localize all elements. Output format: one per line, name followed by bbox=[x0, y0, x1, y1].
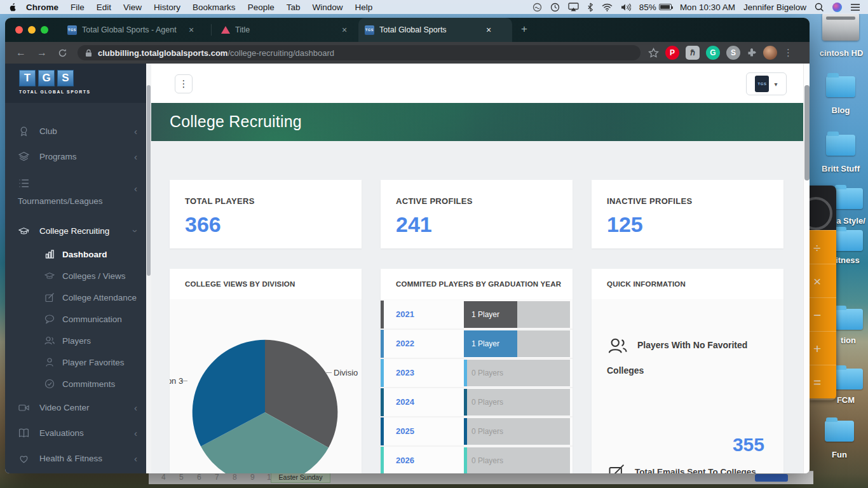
sidebar-item-programs[interactable]: Programs ‹ bbox=[5, 146, 146, 167]
grad-year[interactable]: 2022 bbox=[396, 330, 414, 358]
tab-title-page[interactable]: Title × bbox=[215, 18, 356, 42]
tab-close-icon[interactable]: × bbox=[486, 25, 491, 35]
skype-extension-icon[interactable]: S bbox=[726, 46, 740, 60]
page-scrollbar[interactable] bbox=[803, 64, 810, 473]
creative-cloud-icon[interactable] bbox=[532, 3, 542, 12]
calculator-plus-key[interactable]: + bbox=[808, 331, 836, 365]
bluetooth-icon[interactable] bbox=[587, 3, 593, 12]
browser-menu-kebab-icon[interactable]: ⋮ bbox=[783, 47, 793, 58]
calculator-equals-key[interactable]: = bbox=[808, 365, 836, 398]
sidebar-item-tournaments-leagues[interactable]: ‹ Tournaments/Leagues bbox=[5, 177, 146, 207]
sidebar-scrollbar[interactable] bbox=[146, 64, 151, 473]
folder-style-icon[interactable] bbox=[834, 188, 863, 209]
org-switcher-dropdown[interactable]: TGS ▾ bbox=[746, 72, 787, 95]
menu-window[interactable]: Window bbox=[312, 3, 342, 12]
sidebar-item-club[interactable]: Club ‹ bbox=[5, 120, 146, 142]
grammarly-extension-icon[interactable]: G bbox=[706, 46, 720, 60]
menu-view[interactable]: View bbox=[123, 3, 142, 12]
new-tab-button[interactable]: + bbox=[521, 23, 527, 36]
grad-year[interactable]: 2025 bbox=[396, 417, 414, 445]
sidebar-subitem-college-attendance[interactable]: College Attendance bbox=[5, 288, 146, 307]
zoom-window-button[interactable] bbox=[41, 26, 48, 34]
volume-icon[interactable] bbox=[621, 3, 631, 11]
menu-tab[interactable]: Tab bbox=[287, 3, 301, 12]
calculator-display bbox=[808, 186, 836, 230]
sidebar-item-video-center[interactable]: Video Center ‹ bbox=[5, 396, 146, 418]
macintosh-hd-icon[interactable] bbox=[822, 13, 859, 41]
calculator-divide-key[interactable]: ÷ bbox=[808, 230, 836, 264]
sidebar-subitem-communication[interactable]: Communication bbox=[5, 309, 146, 329]
grad-year[interactable]: 2026 bbox=[396, 447, 414, 473]
page-banner: College Recruiting bbox=[151, 103, 803, 141]
grad-row-2021[interactable]: 2021 1 Player bbox=[381, 301, 573, 330]
caret-down-icon: ▾ bbox=[774, 81, 777, 88]
sidebar-subitem-players[interactable]: Players bbox=[5, 331, 146, 350]
tab-total-global-sports-agent[interactable]: TGS Total Global Sports - Agent × bbox=[61, 18, 208, 42]
folder-fun-icon[interactable] bbox=[825, 421, 854, 442]
tab-close-icon[interactable]: × bbox=[189, 25, 194, 35]
folder-fitness-icon[interactable] bbox=[834, 230, 863, 251]
siri-icon[interactable] bbox=[832, 3, 842, 12]
grad-year[interactable]: 2021 bbox=[396, 301, 414, 329]
sidebar-item-evaluations[interactable]: Evaluations ‹ bbox=[5, 422, 146, 444]
grad-row-2023[interactable]: 2023 0 Players bbox=[381, 359, 573, 388]
sidebar-subitem-colleges-views[interactable]: Colleges / Views bbox=[5, 266, 146, 285]
sidebar-item-college-recruiting[interactable]: College Recruiting › bbox=[5, 220, 146, 241]
back-button[interactable]: ← bbox=[16, 47, 26, 58]
menu-help[interactable]: Help bbox=[355, 3, 372, 12]
close-window-button[interactable] bbox=[15, 26, 23, 34]
pinterest-extension-icon[interactable]: P bbox=[665, 46, 679, 60]
menubar-app-name[interactable]: Chrome bbox=[26, 3, 58, 12]
folder-britt-stuff-icon[interactable] bbox=[826, 135, 855, 156]
reload-button[interactable] bbox=[58, 48, 67, 58]
tgs-logo[interactable]: T G S TOTAL GLOBAL SPORTS bbox=[5, 64, 146, 103]
apple-menu-icon[interactable] bbox=[8, 3, 16, 12]
folder-blog-icon[interactable] bbox=[826, 76, 855, 97]
address-bar[interactable]: clubbilling.totalglobalsports.com/colleg… bbox=[78, 45, 641, 60]
calculator-minus-key[interactable]: − bbox=[808, 297, 836, 331]
division-pie-chart[interactable] bbox=[189, 336, 341, 473]
sidebar-subitem-commitments[interactable]: Commitments bbox=[5, 374, 146, 393]
bookmark-star-icon[interactable] bbox=[648, 48, 659, 58]
notification-center-icon[interactable] bbox=[850, 3, 860, 11]
calculator-app[interactable]: ÷ × − + = bbox=[808, 186, 836, 400]
menu-file[interactable]: File bbox=[71, 3, 85, 12]
time-machine-icon[interactable] bbox=[550, 3, 560, 12]
extensions-puzzle-icon[interactable] bbox=[747, 48, 757, 58]
page-menu-kebab-button[interactable]: ⋮ bbox=[175, 74, 193, 93]
sidebar-subitem-dashboard[interactable]: Dashboard bbox=[5, 245, 146, 264]
sidebar-scrollbar-thumb[interactable] bbox=[147, 85, 151, 276]
sidebar-item-communication[interactable]: Communication bbox=[5, 473, 146, 473]
menubar-clock[interactable]: Mon 10:30 AM bbox=[680, 3, 735, 12]
tab-close-icon[interactable]: × bbox=[342, 25, 347, 35]
grad-row-2026[interactable]: 2026 0 Players bbox=[381, 447, 573, 473]
calculator-multiply-key[interactable]: × bbox=[808, 264, 836, 297]
menubar-user[interactable]: Jennifer Bigelow bbox=[743, 3, 806, 12]
folder-tion-icon[interactable] bbox=[834, 309, 863, 330]
menu-bookmarks[interactable]: Bookmarks bbox=[193, 3, 236, 12]
grad-year[interactable]: 2023 bbox=[396, 359, 414, 387]
player-person-icon bbox=[44, 357, 55, 367]
folder-fcm-icon[interactable] bbox=[834, 369, 863, 390]
grad-row-2025[interactable]: 2025 0 Players bbox=[381, 417, 573, 447]
spotlight-search-icon[interactable] bbox=[815, 3, 824, 12]
sidebar-item-health-fitness[interactable]: Health & Fitness ‹ bbox=[5, 447, 146, 469]
forward-button[interactable]: → bbox=[37, 47, 47, 58]
grad-year[interactable]: 2024 bbox=[396, 388, 414, 416]
menu-edit[interactable]: Edit bbox=[97, 3, 111, 12]
tab-total-global-sports-active[interactable]: TGS Total Global Sports × bbox=[358, 18, 512, 42]
wifi-icon[interactable] bbox=[602, 3, 613, 11]
minimize-window-button[interactable] bbox=[28, 26, 36, 34]
page-scrollbar-thumb[interactable] bbox=[804, 85, 810, 180]
menu-people[interactable]: People bbox=[248, 3, 275, 12]
grad-row-2022[interactable]: 2022 1 Player bbox=[381, 330, 573, 359]
h-extension-icon[interactable]: ℏ bbox=[686, 46, 700, 60]
airplay-icon[interactable] bbox=[568, 3, 579, 11]
bar-track: 0 Players bbox=[464, 360, 570, 386]
book-icon bbox=[18, 428, 29, 438]
grad-row-2024[interactable]: 2024 0 Players bbox=[381, 388, 573, 417]
sidebar-subitem-player-favorites[interactable]: Player Favorites bbox=[5, 353, 146, 372]
menu-history[interactable]: History bbox=[154, 3, 180, 12]
stat-card-inactive-profiles: INACTIVE PROFILES 125 bbox=[592, 180, 783, 248]
profile-avatar[interactable] bbox=[763, 46, 777, 60]
